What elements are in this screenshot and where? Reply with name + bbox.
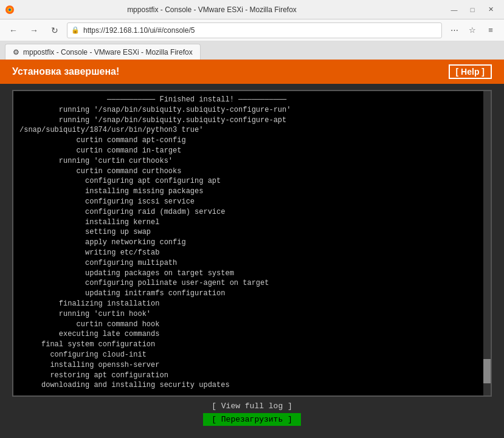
close-button[interactable]: ✕ xyxy=(482,1,499,18)
console-wrapper: ——————————— Finished install! ——————————… xyxy=(0,84,504,438)
browser-toolbar: ← → ↻ 🔒 https://192.168.1.10/ui/#/consol… xyxy=(0,19,504,41)
reboot-button[interactable]: [ Перезагрузить ] xyxy=(203,413,301,426)
bookmark-button[interactable]: ☆ xyxy=(464,22,481,39)
tab-bar: ⚙ mppostfix - Console - VMware ESXi - Mo… xyxy=(0,41,504,60)
refresh-button[interactable]: ↻ xyxy=(46,22,63,39)
address-bar[interactable]: 🔒 https://192.168.1.10/ui/#/console/5 xyxy=(67,22,442,38)
browser-titlebar: mppostfix - Console - VMware ESXi - Mozi… xyxy=(0,0,504,19)
view-log-button[interactable]: [ View full log ] xyxy=(212,402,292,411)
scrollbar[interactable] xyxy=(483,91,491,395)
forward-button[interactable]: → xyxy=(26,22,43,39)
tab-favicon: ⚙ xyxy=(13,48,19,56)
bottom-buttons: [ View full log ] [ Перезагрузить ] xyxy=(203,397,301,432)
toolbar-actions: ⋯ ☆ ≡ xyxy=(446,22,499,39)
tab-title: mppostfix - Console - VMware ESXi - Mozi… xyxy=(23,48,193,56)
window-title: mppostfix - Console - VMware ESXi - Mozi… xyxy=(0,5,446,14)
minimize-button[interactable]: — xyxy=(446,1,463,18)
help-button[interactable]: [ Help ] xyxy=(449,64,492,79)
install-header: Установка завершена! [ Help ] xyxy=(0,60,504,84)
scrollbar-thumb[interactable] xyxy=(483,359,491,383)
console-box: ——————————— Finished install! ——————————… xyxy=(12,90,492,397)
install-status: Установка завершена! xyxy=(12,66,119,77)
url-text: https://192.168.1.10/ui/#/console/5 xyxy=(83,26,195,35)
window-controls[interactable]: — □ ✕ xyxy=(446,1,499,18)
console-output: ——————————— Finished install! ——————————… xyxy=(19,95,485,391)
active-tab[interactable]: ⚙ mppostfix - Console - VMware ESXi - Mo… xyxy=(5,44,201,60)
page-content: Установка завершена! [ Help ] ——————————… xyxy=(0,60,504,438)
more-button[interactable]: ⋯ xyxy=(446,22,463,39)
maximize-button[interactable]: □ xyxy=(464,1,481,18)
lock-icon: 🔒 xyxy=(71,26,80,34)
menu-button[interactable]: ≡ xyxy=(482,22,499,39)
back-button[interactable]: ← xyxy=(5,22,22,39)
